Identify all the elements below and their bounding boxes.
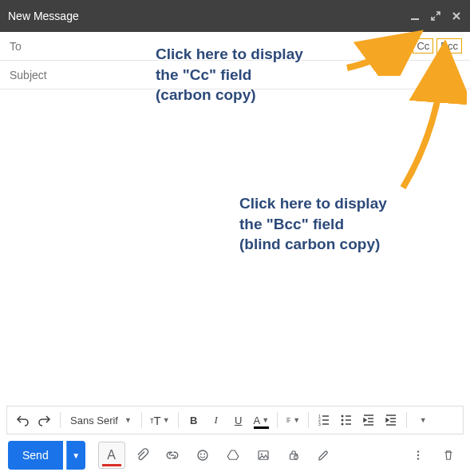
svg-point-15 — [417, 454, 419, 456]
redo-button[interactable] — [34, 410, 55, 430]
window-title: New Message — [8, 10, 79, 22]
undo-button[interactable] — [12, 410, 33, 430]
font-family-select[interactable]: Sans Serif ▼ — [65, 415, 136, 426]
separator — [308, 412, 309, 428]
minimize-icon[interactable] — [409, 10, 421, 22]
svg-point-16 — [417, 458, 419, 459]
close-icon[interactable] — [451, 10, 462, 22]
to-row: To Cc Bcc — [0, 32, 470, 61]
separator — [277, 412, 278, 428]
separator — [406, 412, 407, 428]
cc-bcc-toggles: Cc Bcc — [413, 38, 462, 54]
svg-point-5 — [342, 419, 344, 422]
confidential-mode-button[interactable] — [280, 442, 307, 469]
svg-point-7 — [198, 450, 207, 460]
italic-button[interactable]: I — [206, 410, 227, 430]
subject-input[interactable] — [10, 69, 460, 81]
to-input[interactable] — [41, 40, 460, 53]
insert-signature-button[interactable] — [310, 442, 338, 469]
compose-window: New Message To Cc Bcc — [0, 0, 470, 476]
discard-draft-button[interactable] — [435, 442, 462, 469]
insert-drive-button[interactable] — [219, 442, 247, 469]
formatting-toolbar: Sans Serif ▼ тT▼ B I U A▼ ▼ 123 ▼ — [6, 406, 464, 434]
svg-point-8 — [200, 454, 202, 455]
to-label: To — [10, 40, 41, 53]
indent-more-button[interactable] — [381, 410, 401, 430]
bcc-toggle[interactable]: Bcc — [436, 38, 462, 54]
insert-link-button[interactable] — [159, 442, 186, 469]
svg-point-6 — [342, 423, 344, 426]
titlebar: New Message — [0, 0, 470, 32]
bullet-list-button[interactable] — [336, 410, 357, 430]
insert-photo-button[interactable] — [250, 442, 277, 469]
subject-row — [0, 61, 470, 89]
svg-point-11 — [260, 453, 262, 454]
formatting-more-button[interactable]: ▼ — [412, 410, 432, 430]
numbered-list-button[interactable]: 123 — [314, 410, 334, 430]
text-format-button[interactable]: A — [98, 442, 125, 469]
titlebar-controls — [409, 10, 462, 22]
indent-less-button[interactable] — [358, 410, 379, 430]
separator — [60, 412, 61, 428]
bold-button[interactable]: B — [184, 410, 204, 430]
insert-emoji-button[interactable] — [189, 442, 216, 469]
font-family-label: Sans Serif — [70, 415, 118, 426]
send-button[interactable]: Send — [8, 441, 63, 470]
svg-point-9 — [203, 454, 205, 455]
chevron-down-icon: ▼ — [163, 416, 170, 424]
more-options-button[interactable] — [405, 442, 432, 469]
underline-button[interactable]: U — [228, 410, 249, 430]
separator — [178, 412, 179, 428]
send-toolbar: Send ▼ A — [0, 434, 470, 476]
svg-point-14 — [417, 450, 419, 452]
align-button[interactable]: ▼ — [282, 410, 303, 430]
chevron-down-icon: ▼ — [262, 416, 269, 424]
send-options-button[interactable]: ▼ — [66, 441, 85, 470]
attach-file-button[interactable] — [128, 442, 156, 469]
font-size-button[interactable]: тT▼ — [147, 410, 173, 430]
text-color-button[interactable]: A▼ — [251, 410, 273, 430]
message-body[interactable] — [0, 89, 470, 406]
svg-point-4 — [342, 415, 344, 418]
chevron-down-icon: ▼ — [420, 416, 427, 424]
cc-toggle[interactable]: Cc — [413, 38, 433, 54]
chevron-down-icon: ▼ — [124, 416, 132, 424]
svg-text:3: 3 — [318, 422, 321, 426]
separator — [141, 412, 142, 428]
chevron-down-icon: ▼ — [293, 416, 300, 424]
expand-icon[interactable] — [430, 10, 441, 22]
